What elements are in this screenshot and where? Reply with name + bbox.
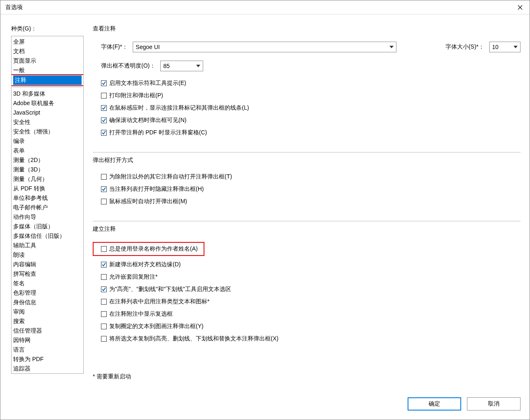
checkbox-row-author[interactable]: 总是使用登录名称作为作者姓名(A) — [101, 245, 198, 253]
category-item[interactable]: JavaScript — [12, 108, 83, 117]
font-label: 字体(F)*： — [101, 43, 128, 51]
checkbox[interactable] — [101, 299, 107, 305]
cancel-button[interactable]: 取消 — [467, 397, 521, 411]
category-item[interactable]: 语言 — [12, 345, 83, 354]
checkbox[interactable] — [101, 336, 107, 342]
category-item[interactable]: 内容编辑 — [12, 260, 83, 269]
font-size-select[interactable]: 10 — [489, 42, 521, 52]
category-item[interactable]: 审阅 — [12, 307, 83, 317]
category-item[interactable]: 色彩管理 — [12, 288, 83, 298]
category-item[interactable]: 因特网 — [12, 336, 83, 345]
category-item[interactable]: 搜索 — [12, 317, 83, 326]
sidebar-label: 种类(G)： — [11, 25, 84, 33]
checkbox-row[interactable]: 允许嵌套回复附注* — [93, 273, 521, 281]
category-item[interactable]: 拼写检查 — [12, 269, 83, 279]
checkbox[interactable] — [101, 130, 107, 136]
checkbox-row[interactable]: 为除附注以外的其它注释自动打开注释弹出框(T) — [93, 173, 521, 181]
checkbox[interactable] — [101, 199, 107, 204]
section-title-view: 查看注释 — [93, 25, 521, 33]
checkbox-label: 复制圈定的文本到图画注释弹出框(Y) — [109, 323, 204, 330]
restart-footnote: * 需要重新启动 — [93, 373, 521, 380]
category-list[interactable]: 全屏文档页面显示一般注释3D 和多媒体Adobe 联机服务JavaScript安… — [11, 36, 84, 374]
checkbox[interactable] — [101, 93, 107, 99]
category-item[interactable]: 信任管理器 — [12, 326, 83, 336]
font-select[interactable]: Segoe UI — [133, 42, 396, 52]
category-item[interactable]: 安全性 — [12, 117, 83, 127]
close-icon — [518, 5, 523, 10]
checkbox-row[interactable]: 打印附注和弹出框(P) — [93, 92, 521, 99]
category-item[interactable]: 电子邮件帐户 — [12, 203, 83, 212]
checkbox-row[interactable]: 将所选文本复制到高亮、删划线、下划线和替换文本注释弹出框(X) — [93, 335, 521, 343]
checkbox[interactable] — [101, 80, 107, 86]
category-item[interactable]: 朗读 — [12, 250, 83, 260]
settings-panel: 查看注释 字体(F)*： Segoe UI 字体大小(S)*： 10 弹出框不透… — [87, 14, 530, 420]
window-title: 首选项 — [5, 4, 23, 11]
checkbox-label: 为"高亮"、"删划线"和"下划线"工具启用文本选区 — [109, 286, 231, 293]
category-item[interactable]: 多媒体信任（旧版） — [12, 231, 83, 241]
font-size-label: 字体大小(S)*： — [446, 43, 484, 51]
checkbox-row[interactable]: 新建弹出框对齐文档边缘(D) — [93, 261, 521, 268]
checkbox-label: 确保滚动文档时弹出框可见(N) — [109, 117, 186, 124]
checkbox-row[interactable]: 为"高亮"、"删划线"和"下划线"工具启用文本选区 — [93, 286, 521, 293]
category-item[interactable]: 全屏 — [12, 37, 83, 47]
preferences-dialog: 首选项 种类(G)： 全屏文档页面显示一般注释3D 和多媒体Adobe 联机服务… — [0, 0, 530, 420]
category-item[interactable]: 身份信息 — [12, 298, 83, 307]
category-item[interactable]: 转换为 PDF — [12, 354, 83, 364]
category-item[interactable]: 辅助工具 — [12, 241, 83, 250]
category-item[interactable]: 安全性（增强） — [12, 127, 83, 136]
checkbox-row[interactable]: 在注释列表中启用注释类型文本和图标* — [93, 298, 521, 305]
category-highlight: 注释 — [11, 74, 84, 86]
checkbox[interactable] — [101, 186, 107, 192]
checkbox[interactable] — [101, 105, 107, 111]
checkbox-row[interactable]: 鼠标感应时自动打开弹出框(M) — [93, 198, 521, 205]
category-item[interactable]: 一般 — [12, 66, 83, 75]
category-item[interactable]: 从 PDF 转换 — [12, 184, 83, 193]
category-item[interactable]: 多媒体（旧版） — [12, 222, 83, 231]
category-item[interactable]: 动作向导 — [12, 212, 83, 222]
checkbox[interactable] — [101, 274, 107, 280]
checkbox-row[interactable]: 复制圈定的文本到图画注释弹出框(Y) — [93, 323, 521, 330]
checkbox-row[interactable]: 在鼠标感应时，显示连接注释标记和其弹出框的线条(L) — [93, 104, 521, 112]
section-view-comments: 查看注释 字体(F)*： Segoe UI 字体大小(S)*： 10 弹出框不透… — [93, 25, 521, 153]
category-item[interactable]: 页面显示 — [12, 56, 83, 66]
checkbox-row[interactable]: 当注释列表打开时隐藏注释弹出框(H) — [93, 185, 521, 193]
checkbox[interactable] — [101, 286, 107, 292]
highlighted-option: 总是使用登录名称作为作者姓名(A) — [93, 242, 204, 256]
category-item[interactable]: 追踪器 — [12, 364, 83, 373]
checkbox[interactable] — [101, 117, 107, 123]
category-item[interactable]: 编录 — [12, 136, 83, 146]
category-item[interactable]: 测量（2D） — [12, 155, 83, 165]
category-item[interactable]: 注释 — [13, 75, 82, 85]
close-button[interactable] — [511, 0, 530, 14]
checkbox-label: 在鼠标感应时，显示连接注释标记和其弹出框的线条(L) — [109, 104, 249, 112]
category-item[interactable]: 表单 — [12, 146, 83, 155]
ok-button[interactable]: 确定 — [408, 397, 461, 411]
checkbox[interactable] — [101, 311, 107, 317]
checkbox[interactable] — [101, 262, 107, 267]
sidebar: 种类(G)： 全屏文档页面显示一般注释3D 和多媒体Adobe 联机服务Java… — [0, 14, 87, 420]
author-checkbox[interactable] — [101, 246, 107, 252]
checkbox-label: 打开带注释的 PDF 时显示注释窗格(C) — [109, 129, 207, 136]
opacity-select[interactable]: 85 — [160, 61, 203, 71]
category-item[interactable]: 测量（3D） — [12, 165, 83, 174]
category-item[interactable]: 签名 — [12, 279, 83, 288]
category-item[interactable]: 3D 和多媒体 — [12, 89, 83, 99]
section-popup-open: 弹出框打开方式 为除附注以外的其它注释自动打开注释弹出框(T)当注释列表打开时隐… — [93, 157, 521, 221]
category-item[interactable]: 测量（几何） — [12, 174, 83, 184]
checkbox[interactable] — [101, 174, 107, 180]
category-item[interactable]: 文档 — [12, 47, 83, 56]
checkbox-label: 将所选文本复制到高亮、删划线、下划线和替换文本注释弹出框(X) — [109, 335, 279, 343]
section-title-create: 建立注释 — [93, 225, 521, 233]
checkbox-row[interactable]: 启用文本指示符和工具提示(E) — [93, 80, 521, 87]
checkbox-label: 为除附注以外的其它注释自动打开注释弹出框(T) — [109, 173, 232, 181]
button-bar: 确定 取消 — [408, 397, 521, 411]
opacity-label: 弹出框不透明度(O)： — [101, 62, 155, 70]
checkbox[interactable] — [101, 324, 107, 329]
section-title-popup: 弹出框打开方式 — [93, 157, 521, 164]
category-item[interactable]: Adobe 联机服务 — [12, 99, 83, 108]
checkbox-row[interactable]: 确保滚动文档时弹出框可见(N) — [93, 117, 521, 124]
category-item[interactable]: 单位和参考线 — [12, 193, 83, 203]
checkbox-label: 打印附注和弹出框(P) — [109, 92, 163, 99]
checkbox-row[interactable]: 在注释附注中显示复选框 — [93, 310, 521, 318]
checkbox-row[interactable]: 打开带注释的 PDF 时显示注释窗格(C) — [93, 129, 521, 136]
